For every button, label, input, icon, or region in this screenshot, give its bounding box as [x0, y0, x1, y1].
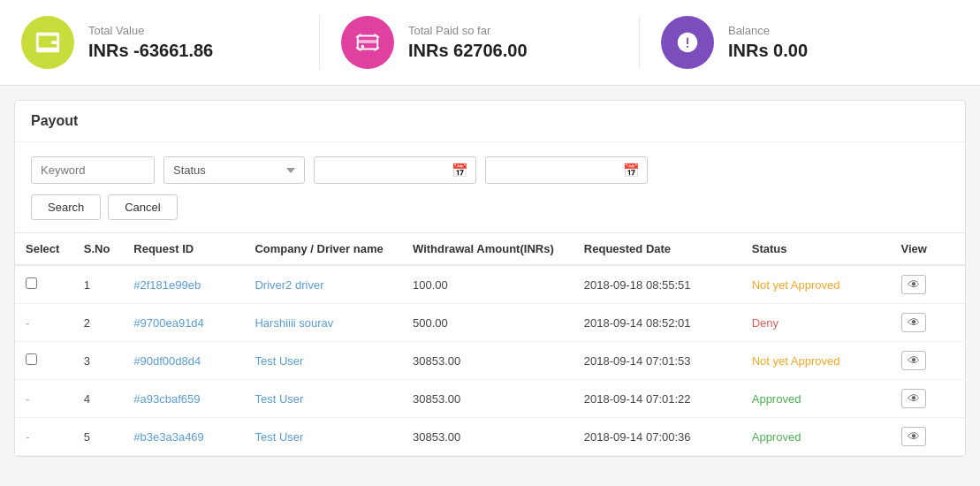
cancel-button[interactable]: Cancel — [108, 194, 177, 220]
sno-cell: 1 — [73, 265, 124, 304]
company-cell[interactable]: Driver2 driver — [244, 265, 402, 304]
view-cell[interactable]: 👁 — [891, 380, 965, 418]
table-row: -4#a93cbaf659Test User30853.002018-09-14… — [15, 380, 965, 418]
date-to-wrap: 2018-10-03 16:28:21 📅 — [485, 156, 648, 184]
sno-cell: 3 — [73, 342, 124, 380]
status-cell: Approved — [741, 418, 891, 456]
total-value-label: Total Value — [88, 24, 213, 37]
balance-icon — [661, 16, 714, 69]
view-eye-icon[interactable]: 👁 — [901, 427, 926, 446]
col-view: View — [891, 233, 965, 266]
table-row: 1#2f181e99ebDriver2 driver100.002018-09-… — [15, 265, 965, 304]
total-paid-icon — [341, 16, 394, 69]
amount-cell: 30853.00 — [402, 418, 574, 456]
table-header-row: Select S.No Request ID Company / Driver … — [15, 233, 965, 266]
sno-cell: 5 — [73, 418, 124, 456]
date-cell: 2018-09-14 07:00:36 — [574, 418, 741, 456]
total-paid-amount: INRs 62706.00 — [408, 41, 528, 61]
company-cell[interactable]: Test User — [244, 380, 402, 418]
date-cell: 2018-09-14 07:01:22 — [574, 380, 741, 418]
total-value-info: Total Value INRs -63661.86 — [88, 24, 213, 61]
row-checkbox[interactable] — [26, 353, 37, 365]
company-cell[interactable]: Harshiiii sourav — [244, 304, 402, 342]
row-checkbox[interactable] — [26, 277, 37, 289]
view-cell[interactable]: 👁 — [891, 304, 965, 342]
total-paid-label: Total Paid so far — [408, 24, 528, 37]
view-cell[interactable]: 👁 — [891, 265, 965, 304]
table-row: -2#9700ea91d4Harshiiii sourav500.002018-… — [15, 304, 965, 342]
view-cell[interactable]: 👁 — [891, 342, 965, 380]
view-eye-icon[interactable]: 👁 — [901, 351, 926, 370]
col-date: Requested Date — [574, 233, 741, 266]
select-cell[interactable] — [15, 265, 73, 304]
table-row: 3#90df00d8d4Test User30853.002018-09-14 … — [15, 342, 965, 380]
status-select[interactable]: Status Approved Deny Not yet Approved — [163, 156, 305, 184]
date-to-input[interactable]: 2018-10-03 16:28:21 — [486, 157, 623, 183]
payout-section: Payout Status Approved Deny Not yet Appr… — [14, 100, 966, 457]
date-cell: 2018-09-14 08:52:01 — [574, 304, 741, 342]
date-from-input[interactable]: 2018-08-01 00:00:00 — [315, 157, 452, 183]
total-value-amount: INRs -63661.86 — [88, 41, 213, 61]
total-value-icon — [21, 16, 74, 69]
payout-title: Payout — [15, 101, 965, 142]
company-cell[interactable]: Test User — [244, 342, 402, 380]
balance-info: Balance INRs 0.00 — [728, 24, 808, 61]
status-cell: Not yet Approved — [741, 265, 891, 304]
total-paid-card: Total Paid so far INRs 62706.00 — [320, 16, 640, 69]
select-cell[interactable] — [15, 342, 73, 380]
view-eye-icon[interactable]: 👁 — [901, 389, 926, 408]
amount-cell: 100.00 — [402, 265, 574, 304]
select-cell: - — [15, 304, 73, 342]
status-cell: Deny — [741, 304, 891, 342]
amount-cell: 500.00 — [402, 304, 574, 342]
stats-bar: Total Value INRs -63661.86 Total Paid so… — [0, 0, 980, 86]
select-cell: - — [15, 380, 73, 418]
status-cell: Approved — [741, 380, 891, 418]
request-id-cell[interactable]: #90df00d8d4 — [123, 342, 244, 380]
request-id-cell[interactable]: #9700ea91d4 — [123, 304, 244, 342]
sno-cell: 4 — [73, 380, 124, 418]
view-eye-icon[interactable]: 👁 — [901, 313, 926, 332]
calendar-to-icon[interactable]: 📅 — [623, 163, 640, 178]
total-paid-info: Total Paid so far INRs 62706.00 — [408, 24, 528, 61]
search-button[interactable]: Search — [31, 194, 101, 220]
button-row: Search Cancel — [15, 194, 965, 232]
amount-cell: 30853.00 — [402, 380, 574, 418]
select-cell: - — [15, 418, 73, 456]
col-sno: S.No — [73, 233, 124, 266]
col-amount: Withdrawal Amount(INRs) — [402, 233, 574, 266]
svg-rect-2 — [358, 40, 378, 43]
balance-card: Balance INRs 0.00 — [640, 16, 959, 69]
balance-amount: INRs 0.00 — [728, 41, 808, 61]
request-id-cell[interactable]: #b3e3a3a469 — [123, 418, 244, 456]
request-id-cell[interactable]: #2f181e99eb — [123, 265, 244, 304]
sno-cell: 2 — [73, 304, 124, 342]
calendar-from-icon[interactable]: 📅 — [452, 163, 468, 178]
status-cell: Not yet Approved — [741, 342, 891, 380]
filter-bar: Status Approved Deny Not yet Approved 20… — [15, 142, 965, 194]
amount-cell: 30853.00 — [402, 342, 574, 380]
date-cell: 2018-09-18 08:55:51 — [574, 265, 741, 304]
keyword-input[interactable] — [31, 156, 155, 184]
company-cell[interactable]: Test User — [244, 418, 402, 456]
svg-point-0 — [52, 42, 55, 44]
svg-point-3 — [361, 45, 365, 49]
request-id-cell[interactable]: #a93cbaf659 — [123, 380, 244, 418]
col-company: Company / Driver name — [244, 233, 402, 266]
view-cell[interactable]: 👁 — [891, 418, 965, 456]
view-eye-icon[interactable]: 👁 — [901, 275, 926, 294]
date-from-wrap: 2018-08-01 00:00:00 📅 — [314, 156, 476, 184]
col-status: Status — [741, 233, 891, 266]
date-cell: 2018-09-14 07:01:53 — [574, 342, 741, 380]
balance-label: Balance — [728, 24, 808, 37]
table-row: -5#b3e3a3a469Test User30853.002018-09-14… — [15, 418, 965, 456]
payout-table: Select S.No Request ID Company / Driver … — [15, 232, 965, 456]
total-value-card: Total Value INRs -63661.86 — [21, 16, 320, 69]
col-select: Select — [15, 233, 73, 266]
col-request-id: Request ID — [123, 233, 244, 266]
